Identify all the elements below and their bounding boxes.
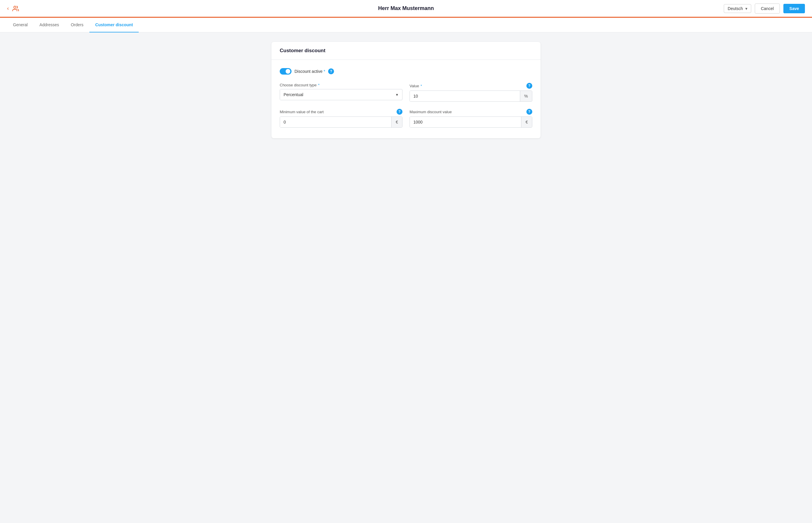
card-body: Discount active * ? Choose discount type… (272, 60, 540, 138)
select-arrow-icon: ▾ (392, 89, 402, 100)
discount-active-help-icon[interactable]: ? (328, 68, 334, 74)
main-content: Customer discount Discount active * ? (264, 32, 548, 148)
min-cart-input-wrap: € (280, 116, 402, 128)
language-selector[interactable]: Deutsch ▾ (724, 4, 751, 13)
required-star-value: * (420, 84, 422, 88)
form-top-grid: Choose discount type * Percentual Absolu… (280, 83, 532, 102)
back-icon[interactable]: ‹ (7, 5, 9, 12)
tabs-bar: General Addresses Orders Customer discou… (0, 18, 812, 32)
required-star-type: * (318, 83, 319, 87)
discount-type-select[interactable]: Percentual Absolute (280, 89, 392, 100)
card-header: Customer discount (272, 42, 540, 60)
min-cart-label: Minimum value of the cart ? (280, 109, 402, 115)
discount-active-row: Discount active * ? (280, 68, 532, 75)
value-suffix: % (520, 91, 532, 102)
discount-active-label: Discount active * (294, 69, 325, 74)
min-cart-suffix: € (391, 117, 402, 127)
header: ‹ Herr Max Mustermann Deutsch ▾ Cancel S… (0, 0, 812, 18)
discount-active-toggle[interactable] (280, 68, 292, 75)
min-cart-group: Minimum value of the cart ? € (280, 109, 402, 128)
max-discount-input[interactable] (410, 117, 521, 127)
discount-type-select-wrap: Percentual Absolute ▾ (280, 89, 402, 100)
value-help-icon[interactable]: ? (526, 83, 532, 89)
save-button[interactable]: Save (783, 4, 805, 13)
svg-point-0 (14, 6, 16, 8)
header-left: ‹ (7, 5, 19, 12)
page-title: Herr Max Mustermann (378, 5, 434, 12)
value-input-wrap: % (410, 91, 532, 102)
value-label: Value * ? (410, 83, 532, 89)
tab-customer-discount[interactable]: Customer discount (89, 18, 139, 32)
value-group: Value * ? % (410, 83, 532, 102)
max-discount-suffix: € (521, 117, 532, 127)
toggle-slider (280, 68, 292, 75)
min-cart-help-icon[interactable]: ? (397, 109, 402, 115)
max-discount-label: Maximum discount value ? (410, 109, 532, 115)
user-group-icon[interactable] (12, 5, 19, 12)
card-title: Customer discount (280, 48, 532, 54)
tab-orders[interactable]: Orders (65, 18, 89, 32)
discount-type-group: Choose discount type * Percentual Absolu… (280, 83, 402, 102)
max-discount-input-wrap: € (410, 116, 532, 128)
min-cart-input[interactable] (280, 117, 391, 127)
max-discount-help-icon[interactable]: ? (526, 109, 532, 115)
discount-type-label: Choose discount type * (280, 83, 402, 87)
customer-discount-card: Customer discount Discount active * ? (272, 42, 540, 138)
header-right: Deutsch ▾ Cancel Save (724, 3, 805, 14)
tab-general[interactable]: General (7, 18, 34, 32)
cancel-button[interactable]: Cancel (755, 3, 780, 14)
language-label: Deutsch (728, 6, 743, 11)
chevron-down-icon: ▾ (745, 6, 747, 11)
max-discount-group: Maximum discount value ? € (410, 109, 532, 128)
value-input[interactable] (410, 91, 520, 102)
required-star: * (324, 69, 325, 74)
tab-addresses[interactable]: Addresses (34, 18, 65, 32)
form-bottom-grid: Minimum value of the cart ? € Maximum di… (280, 109, 532, 128)
